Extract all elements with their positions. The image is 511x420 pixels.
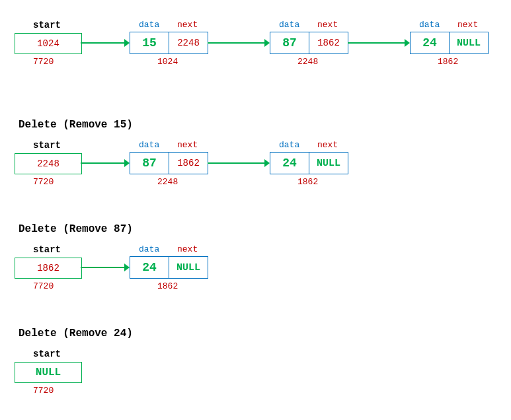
start-pointer-value: NULL <box>36 367 61 378</box>
list-node: 15 2248 <box>130 32 208 54</box>
title-paren: (Remove 24) <box>63 328 133 339</box>
node-next-cell: NULL <box>169 257 208 278</box>
node-addr: 1862 <box>157 281 178 291</box>
svg-marker-1 <box>124 39 130 47</box>
node-data-cell: 87 <box>130 153 169 174</box>
svg-marker-5 <box>405 39 410 47</box>
start-pointer-box: 1862 <box>15 258 82 279</box>
arrow-icon <box>348 38 410 48</box>
node-data-cell: 15 <box>130 32 169 53</box>
title-prefix: Delete <box>19 223 63 235</box>
node-data-cell: 24 <box>130 257 169 278</box>
list-node: 24 NULL <box>410 32 489 54</box>
start-label: start <box>33 244 61 255</box>
node-addr: 1862 <box>438 57 458 67</box>
node-header-data: data <box>139 244 159 254</box>
start-label: start <box>33 20 61 30</box>
node-addr: 2248 <box>297 57 318 67</box>
node-header-next: next <box>457 20 478 30</box>
start-pointer-box: 1024 <box>15 33 82 54</box>
section-title: Delete (Remove 15) <box>19 119 133 131</box>
diagram-canvas: start 1024 7720 data next 15 2248 1024 d… <box>0 0 511 420</box>
node-header-data: data <box>419 20 440 30</box>
node-next-cell: NULL <box>309 153 348 174</box>
node-data-cell: 24 <box>411 32 450 53</box>
node-header-next: next <box>177 244 198 254</box>
list-node: 87 1862 <box>130 152 208 174</box>
section-title: Delete (Remove 87) <box>19 223 133 235</box>
arrow-icon <box>208 158 270 168</box>
list-node: 24 NULL <box>130 256 208 279</box>
svg-marker-7 <box>124 159 130 167</box>
title-prefix: Delete <box>19 119 63 131</box>
node-header-next: next <box>317 20 338 30</box>
title-paren: (Remove 15) <box>63 119 133 131</box>
node-header-data: data <box>279 140 299 150</box>
start-pointer-box: NULL <box>15 362 82 383</box>
node-data-cell: 24 <box>270 153 309 174</box>
title-prefix: Delete <box>19 328 63 339</box>
arrow-icon <box>208 38 270 48</box>
node-next-cell: 2248 <box>169 32 208 53</box>
start-pointer-box: 2248 <box>15 153 82 174</box>
node-addr: 1024 <box>157 57 178 67</box>
node-header-data: data <box>139 20 159 30</box>
start-pointer-addr: 7720 <box>33 57 54 67</box>
node-addr: 1862 <box>297 177 318 187</box>
section-title: Delete (Remove 24) <box>19 328 133 339</box>
list-node: 87 1862 <box>270 32 348 54</box>
node-next-cell: NULL <box>450 32 488 53</box>
start-pointer-value: 2248 <box>37 158 59 169</box>
title-paren: (Remove 87) <box>63 223 133 235</box>
svg-marker-11 <box>124 263 130 271</box>
svg-marker-9 <box>264 159 270 167</box>
start-pointer-addr: 7720 <box>33 281 54 291</box>
node-addr: 2248 <box>157 177 178 187</box>
start-label: start <box>33 349 61 359</box>
start-pointer-addr: 7720 <box>33 177 54 187</box>
arrow-icon <box>81 38 130 48</box>
node-header-next: next <box>177 20 198 30</box>
node-next-cell: 1862 <box>309 32 348 53</box>
node-header-data: data <box>279 20 299 30</box>
arrow-icon <box>81 158 130 168</box>
node-header-next: next <box>177 140 198 150</box>
node-header-data: data <box>139 140 159 150</box>
svg-marker-3 <box>264 39 270 47</box>
start-pointer-value: 1024 <box>37 38 59 49</box>
start-pointer-value: 1862 <box>37 263 59 273</box>
node-data-cell: 87 <box>270 32 309 53</box>
start-label: start <box>33 140 61 151</box>
node-next-cell: 1862 <box>169 153 208 174</box>
arrow-icon <box>81 263 130 272</box>
start-pointer-addr: 7720 <box>33 386 54 396</box>
node-header-next: next <box>317 140 338 150</box>
list-node: 24 NULL <box>270 152 348 174</box>
